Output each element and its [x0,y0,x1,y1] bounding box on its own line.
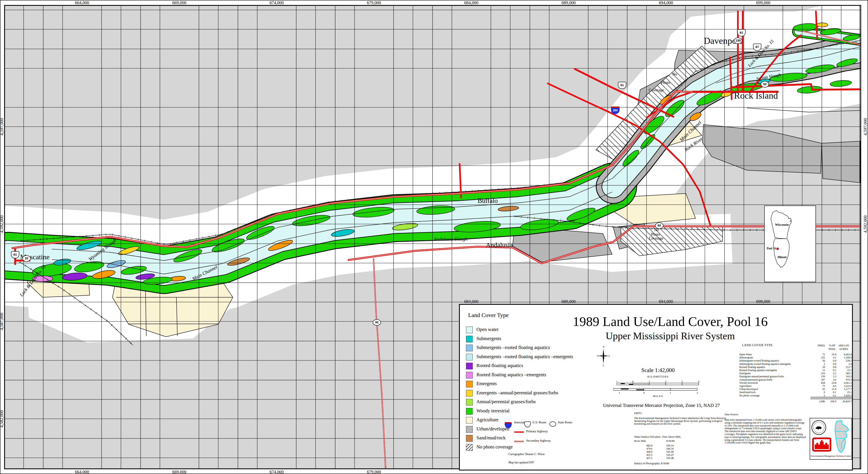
miles-caption: MILES [626,394,690,398]
wse-col-river-mile: River Mile [634,439,646,443]
inset-pool-label: Pool 16 [765,247,776,250]
table-row-label: Submergents-rooted floating aquatics [739,359,810,362]
table-row-label: No photo coverage [739,394,810,397]
legend-item-label: Sand/mud/rock [476,435,506,441]
mile-tick-label: 1 [619,391,620,394]
table-row-freq: 73 [810,385,825,388]
wse-river-mile: 457.2 [640,456,652,460]
locator-inset: Wisconsin Pool 16 Illinois [764,206,816,282]
utm-northing-right: 4,597,000 [863,114,868,139]
five-states-minimap-icon [835,420,849,452]
table-row-label: Sand/mud/rock [739,391,810,394]
utm-easting-top: 669,000 [167,0,192,5]
photo-date: Date(s) of Photography: 8/30/89 [634,462,669,465]
table-row-label: Agriculture [739,385,810,388]
legend-item-label: Submergents –rooted floating aquatics –e… [476,354,573,359]
km-tick-label: 3 [681,380,683,383]
wse-elevation: 546.16 [666,444,674,447]
wse-heading: Water Surface Elevation –Feet Above MSL [634,435,681,439]
legend-item-label: Open water [476,327,499,332]
railroad-lines [20,40,860,345]
map-subtitle: Upper Mississippi River System [566,330,774,342]
legend-item-label: Submergents [476,336,501,341]
table-row-label: Woody terrestrial [739,381,810,385]
legend-heading: Land Cover Type [468,312,508,319]
table-total-acres: 26,820.7 [831,400,852,403]
mile-tick-label: 1 [670,391,671,394]
wse-elevation: 546.26 [666,447,674,450]
table-row-label: Urban/developed [739,388,810,391]
table-row-acres: 976.5 [831,378,852,381]
legend-swatch [466,363,473,369]
pool16-dot [776,247,779,250]
utm-easting-bottom: 664,000 [69,469,94,474]
legend-item-label: Agriculture [476,417,498,422]
utm-easting-top: 694,000 [653,0,678,5]
legend-swatch [466,399,473,406]
inset-wisconsin-label: Wisconsin [775,223,789,227]
legend-swatch [466,345,473,351]
svg-text:S: S [602,364,604,366]
mile-tick-label: 0 [643,391,645,394]
table-row-label: Submergents [739,356,810,359]
table-row-freq: 235 [810,356,825,359]
table-row-freq: 2 [810,362,825,366]
table-row-label: Submergents-rooted floating aquatics-eme… [739,362,810,366]
table-row-freq: 216 [810,372,825,375]
wse-elevation: 545.47 [666,453,674,456]
state-route-shield-icon [550,421,556,427]
primary-highway-sample [514,432,524,433]
km-tick-label: 0 [632,380,634,383]
table-row-freq: 50 [810,359,825,362]
legend-swatch [466,444,473,451]
mile-tick-label: 2 [696,391,698,394]
utm-easting-top: 679,000 [362,0,386,5]
table-row-freq: 159 [810,375,825,378]
table-row-acres: 212.7 [831,366,852,369]
wse-elevation: 545.40 [666,450,674,453]
secondary-highway-sample [514,441,524,442]
legend-swatch [466,336,473,343]
cartographer-credit: Cartographer: Dennis C. Wiese [508,453,545,456]
emtc-heading: EMTC: [634,412,643,415]
legend-swatch [466,372,473,379]
table-row-freq: 29 [810,366,825,369]
utm-easting-top: 674,000 [264,0,289,5]
locator-states [765,206,815,282]
kilometers-caption: KILOMETERS [626,375,690,378]
table-row-acres: 23.1 [831,369,852,372]
table-row-label: Emergents [739,372,810,375]
emtc-body: The Environmental Management Technical C… [634,417,733,425]
table-row-acres: 585.1 [831,372,852,375]
utm-northing-left: 4,597,000 [0,114,4,139]
legend-swatch [466,417,473,423]
table-row-freq: 12 [810,369,825,372]
legend-swatch [466,435,473,442]
utm-easting-top: 664,000 [69,0,94,5]
primary-highway-label: Primary highway [526,429,548,433]
table-row-label: Rooted floating aquatics-emergents [739,369,810,372]
legend-item-label: Woody terrestrial [476,408,509,414]
projection-note: Universal Transverse Mercator Projection… [603,403,715,408]
legend-item-label: Urban/developed [476,426,509,432]
agency-logo-art [810,418,851,454]
us-route-shield-icon [524,421,531,427]
table-row-acres: 1,100.0 [831,356,852,359]
wse-elevation: 545.48 [666,456,674,460]
utm-easting-bottom: 674,000 [264,469,289,474]
usace-castle-icon [812,438,831,451]
wse-river-mile: 479.6 [640,447,652,450]
secondary-highway-label: Secondary highway [526,439,551,442]
svg-text:W: W [597,355,599,357]
table-total-freq: 2,086 [810,400,825,403]
utm-easting-bottom: 679,000 [362,469,386,474]
table-row-freq: 9 [810,391,825,394]
table-row-acres: 9,603.4 [831,353,852,356]
legend-swatch [466,408,473,415]
table-row-label: Rooted floating aquatics [739,366,810,369]
km-tick-label: 1 [616,380,618,383]
datasource-body: Data were interpreted from 1:15,000-scal… [724,419,806,444]
legend-swatch [466,327,473,333]
legend-item-label: Emergents –annual/perennial grasses/forb… [476,390,558,395]
compass-rose: N W E S [597,346,610,366]
